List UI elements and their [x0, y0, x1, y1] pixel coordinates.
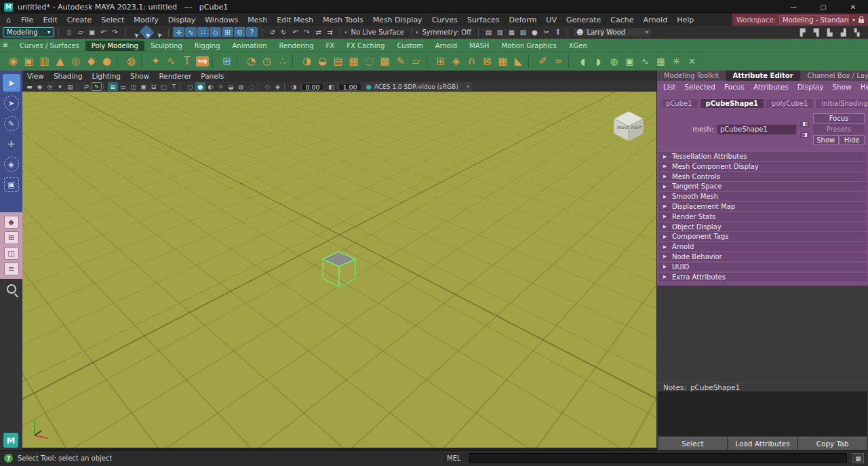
poly-cylinder-icon[interactable]: ▥: [37, 54, 52, 69]
view-plane-snap-icon[interactable]: ⊞: [222, 27, 233, 37]
single-pane-layout-icon[interactable]: ◆: [4, 216, 19, 229]
connections-icon[interactable]: ⇄: [313, 27, 324, 37]
node-tab[interactable]: pCube1: [660, 98, 698, 109]
attribute-editor-button[interactable]: Copy Tab: [798, 437, 867, 450]
hide-button[interactable]: Hide: [840, 135, 865, 145]
reduce-poly-icon[interactable]: ▦: [653, 54, 669, 69]
scale-tool-icon[interactable]: ▣: [4, 177, 19, 192]
grid-snap-icon[interactable]: ✛: [173, 27, 184, 37]
hypershade-icon[interactable]: ●: [529, 27, 540, 37]
poly-disc-icon[interactable]: ●: [99, 54, 115, 69]
projected-center-snap-icon[interactable]: ◇: [210, 27, 221, 37]
exposure-icon[interactable]: ◑: [289, 82, 299, 91]
camera-attributes-icon[interactable]: ◎: [45, 82, 55, 91]
zoom-tool-icon[interactable]: [7, 284, 16, 294]
viewport-canvas[interactable]: FRONT RIGHT: [22, 92, 656, 448]
expand-arrow-icon[interactable]: ▶: [658, 203, 672, 209]
extrude-icon[interactable]: ⊞: [433, 54, 448, 69]
bevel-icon[interactable]: ◈: [448, 54, 464, 69]
wedge-icon[interactable]: ◣: [511, 54, 526, 69]
outliner-toggle-icon[interactable]: ▚: [851, 27, 863, 37]
workspace-dropdown[interactable]: Modeling - Standard*: [779, 15, 849, 24]
safe-action-icon[interactable]: ▢: [159, 82, 169, 91]
attribute-section-bar[interactable]: ▶ Render Stats: [658, 212, 867, 221]
center-pivot-icon[interactable]: ∴: [275, 54, 290, 69]
symmetry-dropdown[interactable]: Symmetry: Off: [420, 28, 474, 36]
sculpt-tool-icon[interactable]: ◔: [243, 54, 259, 69]
expand-arrow-icon[interactable]: ▶: [658, 224, 672, 229]
undo-icon[interactable]: ↶: [98, 27, 109, 37]
user-account-dropdown[interactable]: ☻ Larry Wood ▾: [572, 27, 652, 37]
live-surface-field[interactable]: No Live Surface: [349, 28, 407, 36]
menu-item[interactable]: Cache: [606, 16, 638, 24]
expand-arrow-icon[interactable]: ▶: [658, 254, 672, 259]
xray-icon[interactable]: ◈: [273, 82, 283, 91]
viewport-menu-item[interactable]: Show: [125, 72, 154, 80]
make-live-icon[interactable]: ⊙: [234, 27, 245, 37]
two-d-pan-zoom-icon[interactable]: ⇄: [81, 82, 92, 91]
open-scene-icon[interactable]: ▱: [75, 27, 86, 37]
shaded-mode-icon[interactable]: ●: [195, 82, 205, 91]
attribute-section-bar[interactable]: ▶ Arnold: [658, 241, 867, 251]
expand-arrow-icon[interactable]: ▶: [658, 244, 672, 250]
close-button[interactable]: ✕: [838, 0, 868, 14]
mirror-icon[interactable]: ◑: [299, 54, 315, 69]
separate-icon[interactable]: ▤: [330, 54, 346, 69]
poly-torus-icon[interactable]: ◎: [68, 54, 83, 69]
menu-item[interactable]: Mesh Display: [368, 16, 427, 24]
gate-mask-icon[interactable]: ▣: [138, 82, 149, 91]
attribute-section-bar[interactable]: ▶ Smooth Mesh: [658, 191, 867, 201]
shelf-tab[interactable]: XGen: [563, 41, 593, 51]
curve-snap-icon[interactable]: ∿: [185, 27, 197, 37]
input-connections-icon[interactable]: ↺: [267, 27, 278, 37]
menu-item[interactable]: Deform: [504, 16, 541, 24]
chevron-down-icon[interactable]: ▾: [344, 30, 347, 35]
four-pane-layout-icon[interactable]: ⊞: [4, 231, 19, 244]
menuset-dropdown[interactable]: Modeling ▾: [3, 27, 54, 37]
tool-settings-toggle-icon[interactable]: ▜: [810, 27, 822, 37]
viewport-menu-item[interactable]: Shading: [49, 72, 87, 80]
menu-item[interactable]: Mesh: [243, 16, 272, 24]
attribute-editor-menu-item[interactable]: Help: [861, 83, 868, 91]
attribute-editor-menu-item[interactable]: Focus: [724, 83, 745, 91]
wireframe-mode-icon[interactable]: ○: [185, 82, 195, 91]
render-settings-icon[interactable]: ▧: [517, 27, 529, 37]
quad-draw-icon[interactable]: ✐: [535, 54, 551, 69]
home-icon[interactable]: ⌂: [0, 16, 16, 24]
expand-arrow-icon[interactable]: ▶: [658, 264, 672, 269]
attribute-section-bar[interactable]: ▶ Mesh Controls: [658, 172, 867, 181]
attribute-section-bar[interactable]: ▶ Object Display: [658, 222, 867, 231]
resolution-gate-icon[interactable]: ◫: [128, 82, 138, 91]
pause-viewport-icon[interactable]: Ⅱ: [552, 27, 564, 37]
retopologize-icon[interactable]: ∿: [637, 54, 653, 69]
shelf-tab[interactable]: Animation: [226, 41, 273, 51]
poly-cone-icon[interactable]: ▲: [52, 54, 68, 69]
attribute-editor-button[interactable]: Load Attributes: [728, 437, 797, 450]
cleanup-icon[interactable]: ✳: [669, 54, 684, 69]
rotate-tool-icon[interactable]: ◈: [4, 157, 19, 172]
fill-hole-icon[interactable]: ⊠: [479, 54, 495, 69]
field-chart-icon[interactable]: ⊟: [149, 82, 159, 91]
bridge-icon[interactable]: ∩: [464, 54, 479, 69]
reduce-icon[interactable]: ▩: [377, 54, 393, 69]
poly-cube-icon[interactable]: ▣: [21, 54, 37, 69]
image-plane-icon[interactable]: ▤: [65, 82, 75, 91]
svg-icon[interactable]: svg: [196, 56, 209, 66]
node-tab[interactable]: initialShadingGroup: [815, 98, 868, 109]
history-input-icon[interactable]: ↶: [290, 27, 301, 37]
shelf-menu-icon[interactable]: ≣: [3, 41, 14, 48]
script-editor-icon[interactable]: ▦: [852, 453, 864, 463]
menu-item[interactable]: Generate: [561, 16, 606, 24]
mesh-name-input[interactable]: [717, 124, 797, 135]
attribute-editor-menu-item[interactable]: List: [663, 83, 675, 91]
color-management-dropdown[interactable]: ● ACES 1.0 SDR-video (sRGB) ▾: [363, 82, 472, 91]
sidebar-tab[interactable]: Channel Box / Layer Editor: [801, 71, 868, 81]
attribute-section-bar[interactable]: ▶ Extra Attributes: [658, 272, 867, 281]
shelf-tab[interactable]: Rigging: [189, 41, 226, 51]
exposure-field[interactable]: 0.00: [301, 83, 324, 91]
node-tab[interactable]: pCubeShape1: [700, 98, 765, 109]
minimize-button[interactable]: —: [778, 0, 808, 14]
ipr-render-icon[interactable]: ▦: [506, 27, 517, 37]
menu-item[interactable]: Curves: [427, 16, 462, 24]
select-tool-icon[interactable]: ➤: [3, 74, 20, 92]
